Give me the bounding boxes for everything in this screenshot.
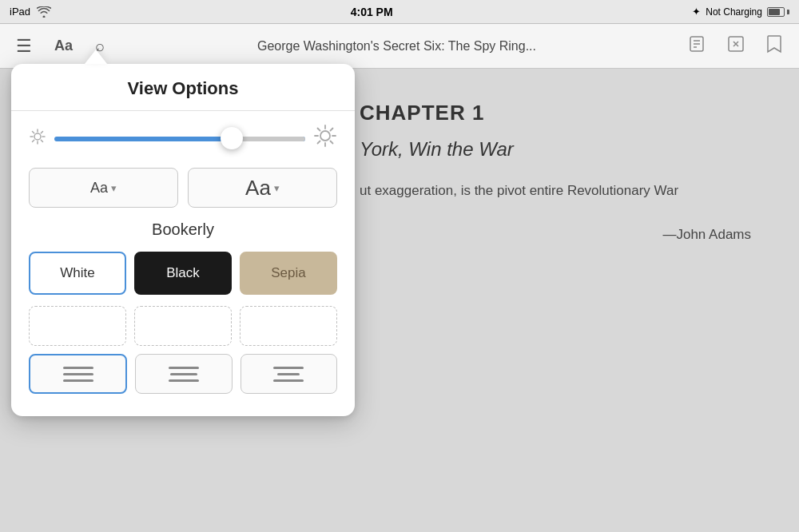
status-right: ✦ Not Charging [692, 6, 789, 18]
svg-line-15 [33, 140, 34, 141]
layout-row-1 [11, 306, 355, 346]
menu-icon: ☰ [16, 36, 32, 57]
chapter-quote: —John Adams [360, 227, 751, 243]
svg-line-22 [331, 141, 333, 144]
info-button[interactable] [724, 32, 748, 61]
font-small-label: Aa [90, 180, 108, 197]
brightness-slider[interactable] [54, 137, 305, 141]
layout-lines-3[interactable] [240, 354, 337, 394]
menu-button[interactable]: ☰ [13, 33, 35, 60]
popover-arrow [85, 50, 107, 64]
svg-point-16 [320, 131, 330, 141]
battery-label: Not Charging [706, 6, 762, 18]
bookmark-button[interactable] [762, 31, 786, 62]
font-large-label: Aa [245, 176, 271, 200]
layout-lines-1[interactable] [29, 354, 127, 394]
font-button[interactable]: Aa [51, 34, 76, 58]
lines-icon-1 [63, 367, 93, 382]
sun-small-icon [29, 128, 46, 149]
slider-thumb[interactable] [221, 127, 243, 149]
sun-large-icon [313, 124, 337, 153]
svg-line-23 [331, 129, 333, 131]
notes-icon [689, 35, 706, 58]
bluetooth-icon: ✦ [692, 6, 701, 18]
status-bar: iPad 4:01 PM ✦ Not Charging [0, 0, 799, 24]
brightness-row [11, 124, 355, 153]
font-large-button[interactable]: Aa ▾ [188, 168, 337, 208]
device-label: iPad [10, 6, 30, 18]
wifi-icon [37, 6, 51, 18]
color-white-button[interactable]: White [29, 252, 126, 295]
chapter-subtitle: York, Win the War [360, 138, 751, 161]
toolbar: ☰ Aa ⌕ George Washington's Secret Six: T… [0, 24, 799, 69]
toolbar-right-actions [686, 31, 786, 62]
layout-lines-2[interactable] [135, 354, 232, 394]
chapter-heading: CHAPTER 1 [360, 101, 751, 125]
color-sepia-label: Sepia [271, 265, 305, 281]
current-font-name: Bookerly [11, 220, 355, 239]
font-large-arrow: ▾ [274, 182, 280, 194]
font-small-button[interactable]: Aa ▾ [29, 168, 178, 208]
view-options-popover: View Options [11, 64, 355, 416]
svg-line-13 [41, 140, 42, 141]
layout-option-2[interactable] [134, 306, 232, 346]
info-icon [727, 35, 745, 58]
battery-icon [767, 7, 789, 17]
svg-line-14 [41, 132, 42, 133]
svg-line-12 [33, 132, 34, 133]
book-title: George Washington's Secret Six: The Spy … [124, 39, 670, 54]
svg-point-7 [34, 133, 41, 140]
color-black-button[interactable]: Black [134, 252, 232, 295]
color-sepia-button[interactable]: Sepia [240, 252, 337, 295]
popover-title: View Options [11, 64, 355, 111]
svg-line-21 [318, 129, 320, 131]
time-display: 4:01 PM [351, 6, 393, 18]
lines-icon-2 [169, 367, 199, 382]
layout-option-1[interactable] [29, 306, 126, 346]
font-icon: Aa [54, 38, 73, 54]
svg-line-24 [318, 141, 320, 144]
bookmark-icon [765, 34, 783, 58]
status-left: iPad [10, 6, 51, 18]
notes-button[interactable] [686, 32, 710, 61]
color-white-label: White [60, 265, 94, 281]
font-small-arrow: ▾ [111, 182, 117, 194]
color-row: White Black Sepia [11, 252, 355, 295]
layout-row-2 [11, 354, 355, 394]
chapter-text: ut exaggeration, is the pivot entire Rev… [360, 180, 751, 203]
lines-icon-3 [273, 367, 304, 382]
color-black-label: Black [166, 265, 200, 281]
font-size-row: Aa ▾ Aa ▾ [11, 168, 355, 208]
layout-option-3[interactable] [240, 306, 337, 346]
